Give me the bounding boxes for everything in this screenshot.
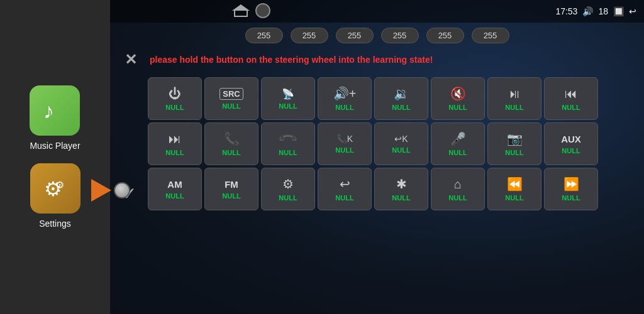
k-end-null: NULL	[392, 146, 410, 154]
call-accept-null: NULL	[222, 149, 240, 156]
prev-icon: ⏮	[565, 87, 577, 101]
bluetooth-icon: ✱	[396, 176, 407, 192]
gps-button[interactable]: 📡 NULL	[261, 77, 315, 120]
music-player-icon-box: ♪	[30, 85, 80, 136]
call-end-button[interactable]: 📞 NULL	[261, 122, 315, 165]
cancel-button[interactable]: ✕	[119, 48, 142, 71]
fast-forward-icon: ⏩	[564, 176, 579, 192]
vol-up-icon: 🔊+	[333, 86, 357, 101]
play-null-label: NULL	[505, 104, 523, 111]
src-icon: SRC	[219, 88, 243, 100]
value-pill-5: 255	[426, 28, 464, 43]
home-button[interactable]: ⌂ NULL	[431, 168, 485, 210]
k-accept-button[interactable]: 📞K NULL	[318, 122, 372, 165]
volume-icon: 🔊	[582, 6, 593, 16]
main-content: 17:53 🔊 18 🔲 ↩ 255 255 255 255 255 255 ✕…	[110, 0, 644, 314]
mute-button[interactable]: 🔇 NULL	[431, 77, 485, 120]
home-icon: ⌂	[454, 177, 462, 192]
mic-null-label: NULL	[448, 149, 467, 156]
am-button[interactable]: AM NULL	[148, 168, 202, 210]
home-nav-icon[interactable]	[233, 4, 249, 17]
call-end-icon: 📞	[277, 128, 299, 150]
call-accept-button[interactable]: 📞 NULL	[204, 122, 258, 165]
mute-icon: 🔇	[450, 86, 466, 101]
svg-text:♪: ♪	[43, 99, 54, 122]
play-pause-icon: ⏯	[508, 87, 521, 101]
instruction-text: please hold the button on the steering w…	[150, 55, 433, 65]
vol-up-null-label: NULL	[335, 104, 353, 111]
gps-icon: 📡	[282, 88, 294, 100]
value-row: 255 255 255 255 255 255	[116, 28, 638, 43]
value-pill-3: 255	[336, 28, 374, 43]
home-null-label: NULL	[448, 194, 467, 202]
circle-nav-icon[interactable]	[255, 3, 270, 18]
k-end-icon: ↩K	[394, 134, 408, 144]
mic-icon: 🎤	[450, 131, 466, 146]
arrow-indicator	[91, 179, 130, 202]
settings-button[interactable]: ⚙ NULL	[261, 168, 315, 210]
back-icon: ↩	[340, 176, 350, 192]
power-icon: ⏻	[169, 87, 181, 101]
prev-button[interactable]: ⏮ NULL	[544, 77, 598, 120]
sidebar: ♪ Music Player ⚙ ⚙ Settings	[0, 0, 110, 314]
prev-null-label: NULL	[562, 104, 580, 111]
bluetooth-button[interactable]: ✱ NULL	[374, 168, 428, 210]
back-null-label: NULL	[335, 194, 353, 202]
fast-forward-button[interactable]: ⏩ NULL	[544, 168, 598, 210]
svg-text:⚙: ⚙	[55, 180, 64, 190]
control-area: 255 255 255 255 255 255 ✕ please hold th…	[110, 23, 644, 215]
vol-down-null-label: NULL	[392, 104, 410, 111]
next-button[interactable]: ⏭ NULL	[148, 122, 202, 165]
mic-button[interactable]: 🎤 NULL	[431, 122, 485, 165]
vol-up-button[interactable]: 🔊+ NULL	[318, 77, 372, 120]
next-null-label: NULL	[165, 149, 184, 156]
arrow-right-icon	[91, 179, 111, 202]
button-grid: ⏻ NULL SRC NULL 📡 NULL 🔊+ NULL	[116, 77, 638, 210]
button-row-2: ⏭ NULL 📞 NULL 📞 NULL 📞K NULL	[116, 122, 638, 165]
music-note-icon: ♪	[41, 97, 69, 124]
mute-null-label: NULL	[448, 104, 467, 111]
play-pause-button[interactable]: ⏯ NULL	[487, 77, 541, 120]
gps-null-label: NULL	[279, 102, 297, 110]
src-null-label: NULL	[222, 102, 240, 110]
button-row-3: AM NULL FM NULL ⚙ NULL ↩ NULL	[116, 168, 638, 210]
nav-icons[interactable]	[233, 3, 270, 18]
fm-text: FM	[225, 179, 238, 190]
time-display: 17:53	[555, 6, 577, 16]
rewind-button[interactable]: ⏪ NULL	[487, 168, 541, 210]
power-null-label: NULL	[165, 104, 184, 111]
k-accept-icon: 📞K	[336, 134, 353, 144]
back-button[interactable]: ↩ NULL	[318, 168, 372, 210]
status-icons: 17:53 🔊 18 🔲 ↩	[555, 6, 636, 16]
call-accept-icon: 📞	[224, 131, 240, 146]
camera-icon: 📷	[507, 131, 523, 146]
settings-gear-icon: ⚙	[282, 176, 294, 192]
back-icon[interactable]: ↩	[629, 6, 636, 16]
knob	[114, 182, 130, 198]
aux-null-label: NULL	[562, 147, 580, 154]
music-player-label: Music Player	[30, 141, 80, 151]
instruction-row: ✕ please hold the button on the steering…	[116, 48, 638, 71]
value-pill-1: 255	[245, 28, 283, 43]
aux-text: AUX	[561, 134, 581, 144]
power-button[interactable]: ⏻ NULL	[148, 77, 202, 120]
button-row-1: ⏻ NULL SRC NULL 📡 NULL 🔊+ NULL	[116, 77, 638, 120]
settings-null-label: NULL	[279, 194, 297, 202]
fm-button[interactable]: FM NULL	[204, 168, 258, 210]
src-button[interactable]: SRC NULL	[204, 77, 258, 120]
camera-button[interactable]: 📷 NULL	[487, 122, 541, 165]
settings-app[interactable]: ⚙ ⚙ Settings	[30, 163, 80, 229]
am-null-label: NULL	[165, 192, 184, 200]
aux-button[interactable]: AUX NULL	[544, 122, 598, 165]
k-end-button[interactable]: ↩K NULL	[374, 122, 428, 165]
vol-down-icon: 🔉	[394, 86, 409, 101]
music-player-app[interactable]: ♪ Music Player	[30, 85, 80, 151]
next-icon: ⏭	[169, 132, 181, 146]
bt-null-label: NULL	[392, 194, 410, 202]
vol-down-button[interactable]: 🔉 NULL	[374, 77, 428, 120]
am-text: AM	[167, 179, 182, 190]
ff-null-label: NULL	[562, 194, 580, 202]
gear-icon: ⚙ ⚙	[42, 175, 69, 202]
rewind-null-label: NULL	[505, 194, 523, 202]
battery-icon: 🔲	[613, 6, 624, 16]
